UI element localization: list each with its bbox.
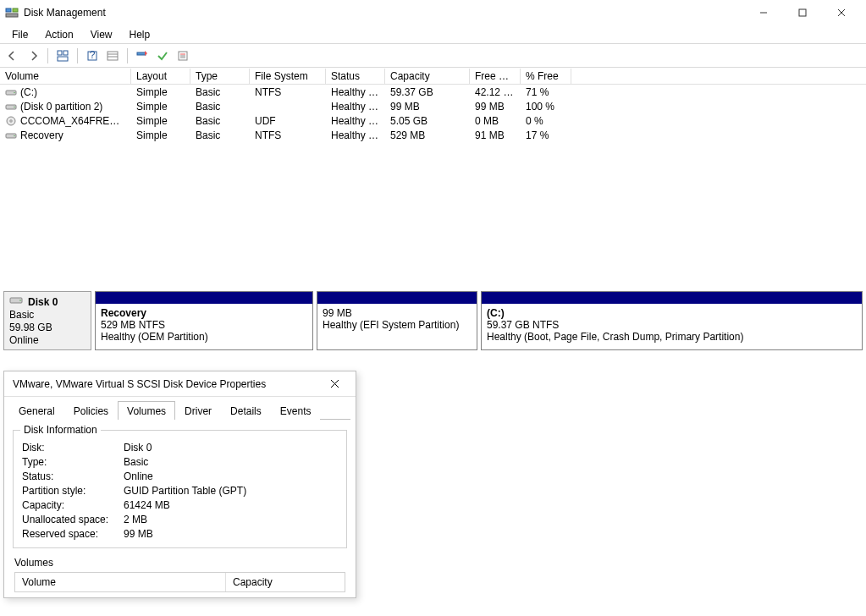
partition-title: Recovery	[101, 307, 307, 319]
label-unallocated: Unallocated space:	[22, 514, 124, 525]
cell-layout: Simple	[131, 115, 190, 127]
minimize-button[interactable]	[744, 0, 783, 25]
volume-row[interactable]: (C:) Simple Basic NTFS Healthy (B… 59.37…	[0, 85, 866, 99]
col-layout[interactable]: Layout	[131, 69, 190, 84]
svg-point-27	[14, 135, 14, 135]
col-filesystem[interactable]: File System	[250, 69, 326, 84]
apply-button[interactable]	[153, 47, 172, 65]
cell-status: Healthy (E…	[326, 101, 385, 113]
properties-dialog: VMware, VMware Virtual S SCSI Disk Devic…	[3, 371, 356, 598]
title-bar: Disk Management	[0, 0, 866, 25]
tab-driver[interactable]: Driver	[175, 401, 221, 420]
col-status[interactable]: Status	[326, 69, 385, 84]
back-button[interactable]	[3, 47, 22, 65]
disk-information-group: Disk Information Disk:Disk 0 Type:Basic …	[13, 430, 347, 548]
col-capacity[interactable]: Capacity	[385, 69, 470, 84]
volume-name: Recovery	[20, 129, 63, 141]
drive-icon	[5, 102, 17, 112]
menu-action[interactable]: Action	[36, 27, 81, 42]
svg-rect-12	[108, 52, 118, 60]
disk-name: Disk 0	[28, 296, 58, 308]
volume-row[interactable]: CCCOMA_X64FRE… Simple Basic UDF Healthy …	[0, 113, 866, 128]
cell-status: Healthy (B…	[326, 86, 385, 98]
settings-button[interactable]	[103, 47, 122, 65]
svg-rect-4	[799, 9, 806, 16]
refresh-button[interactable]	[133, 47, 152, 65]
svg-rect-9	[58, 57, 68, 61]
svg-rect-8	[63, 51, 68, 55]
tab-volumes[interactable]: Volumes	[118, 401, 175, 420]
partition-c[interactable]: (C:) 59.37 GB NTFS Healthy (Boot, Page F…	[481, 291, 863, 350]
cell-fs: NTFS	[250, 129, 326, 141]
cell-capacity: 529 MB	[385, 129, 470, 141]
cell-pct: 100 %	[521, 101, 571, 113]
cell-pct: 17 %	[521, 129, 571, 141]
svg-rect-15	[137, 52, 146, 55]
svg-text:?: ?	[90, 50, 96, 61]
svg-point-25	[10, 119, 12, 121]
cell-layout: Simple	[131, 86, 190, 98]
svg-point-29	[19, 300, 21, 301]
dialog-title-bar[interactable]: VMware, VMware Virtual S SCSI Disk Devic…	[4, 371, 356, 397]
dialog-body: Disk Information Disk:Disk 0 Type:Basic …	[9, 419, 350, 597]
label-disk: Disk:	[22, 442, 124, 454]
tab-policies[interactable]: Policies	[64, 401, 118, 420]
disk-info-panel[interactable]: Disk 0 Basic 59.98 GB Online	[3, 291, 91, 350]
cell-type: Basic	[190, 115, 250, 127]
partition-efi[interactable]: 99 MB Healthy (EFI System Partition)	[317, 291, 477, 350]
view-mode-button[interactable]	[53, 47, 72, 65]
tab-general[interactable]: General	[9, 401, 64, 420]
tab-details[interactable]: Details	[221, 401, 271, 420]
close-button[interactable]	[822, 0, 861, 25]
volume-row[interactable]: (Disk 0 partition 2) Simple Basic Health…	[0, 99, 866, 113]
volume-rows[interactable]: (C:) Simple Basic NTFS Healthy (B… 59.37…	[0, 85, 866, 288]
volume-row[interactable]: Recovery Simple Basic NTFS Healthy (… 52…	[0, 128, 866, 142]
svg-point-21	[14, 91, 14, 92]
cell-fs: NTFS	[250, 86, 326, 98]
cell-free: 99 MB	[470, 101, 521, 113]
help-button[interactable]: ?	[83, 47, 102, 65]
menu-bar: File Action View Help	[0, 25, 866, 44]
col-type[interactable]: Type	[190, 69, 250, 84]
maximize-button[interactable]	[783, 0, 822, 25]
col-free[interactable]: Free Spa…	[470, 69, 521, 84]
col-pct[interactable]: % Free	[521, 69, 571, 84]
properties-button[interactable]	[174, 47, 192, 65]
drive-icon	[5, 130, 17, 140]
volume-name: (C:)	[20, 86, 37, 98]
value-unallocated: 2 MB	[124, 514, 147, 525]
disk-state: Online	[9, 334, 85, 346]
label-type: Type:	[22, 456, 124, 468]
menu-file[interactable]: File	[3, 27, 36, 42]
partition-size: 99 MB	[323, 307, 472, 319]
value-capacity: 61424 MB	[124, 499, 170, 511]
partition-status: Healthy (EFI System Partition)	[323, 319, 472, 331]
value-status: Online	[124, 470, 153, 482]
partition-recovery[interactable]: Recovery 529 MB NTFS Healthy (OEM Partit…	[95, 291, 313, 350]
disk-size: 59.98 GB	[9, 322, 85, 333]
vcol-capacity[interactable]: Capacity	[226, 573, 345, 591]
toolbar: ?	[0, 44, 866, 68]
menu-view[interactable]: View	[82, 27, 121, 42]
value-disk: Disk 0	[124, 442, 152, 454]
dialog-tabs: General Policies Volumes Driver Details …	[4, 397, 356, 419]
group-title: Disk Information	[20, 424, 101, 436]
label-reserved: Reserved space:	[22, 528, 124, 540]
cell-type: Basic	[190, 129, 250, 141]
forward-button[interactable]	[24, 47, 42, 65]
dialog-close-button[interactable]	[322, 372, 347, 396]
dialog-title: VMware, VMware Virtual S SCSI Disk Devic…	[13, 378, 322, 390]
menu-help[interactable]: Help	[121, 27, 159, 42]
cell-layout: Simple	[131, 101, 190, 113]
tab-events[interactable]: Events	[271, 401, 321, 420]
col-volume[interactable]: Volume	[0, 69, 131, 84]
window-title: Disk Management	[24, 7, 106, 19]
volume-list-header: Volume Layout Type File System Status Ca…	[0, 68, 866, 85]
vcol-volume[interactable]: Volume	[15, 573, 226, 591]
value-partition-style: GUID Partition Table (GPT)	[124, 485, 246, 497]
cell-capacity: 59.37 GB	[385, 86, 470, 98]
volumes-label: Volumes	[14, 557, 345, 569]
partition-size: 529 MB NTFS	[101, 319, 307, 331]
disk-block: Disk 0 Basic 59.98 GB Online Recovery 52…	[3, 291, 863, 350]
cell-free: 91 MB	[470, 129, 521, 141]
